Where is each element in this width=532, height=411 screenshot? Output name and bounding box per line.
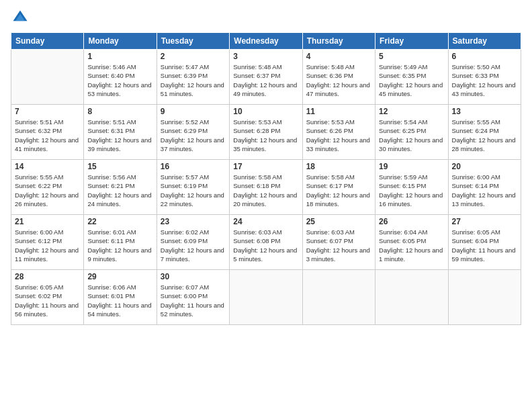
calendar-cell: 3Sunrise: 5:48 AM Sunset: 6:37 PM Daylig… [230, 50, 302, 105]
calendar-cell: 27Sunrise: 6:05 AM Sunset: 6:04 PM Dayli… [448, 215, 521, 270]
day-number: 23 [161, 217, 226, 226]
calendar-cell: 2Sunrise: 5:47 AM Sunset: 6:39 PM Daylig… [157, 50, 229, 105]
calendar-cell [230, 270, 302, 325]
day-number: 4 [306, 52, 371, 61]
calendar-cell: 14Sunrise: 5:55 AM Sunset: 6:22 PM Dayli… [11, 160, 84, 215]
calendar-cell: 26Sunrise: 6:04 AM Sunset: 6:05 PM Dayli… [375, 215, 448, 270]
header [11, 8, 521, 27]
calendar-cell: 19Sunrise: 5:59 AM Sunset: 6:15 PM Dayli… [375, 160, 448, 215]
calendar-cell: 10Sunrise: 5:53 AM Sunset: 6:28 PM Dayli… [230, 105, 302, 160]
logo-icon [11, 8, 30, 27]
day-info: Sunrise: 6:05 AM Sunset: 6:04 PM Dayligh… [452, 228, 517, 263]
day-number: 2 [161, 52, 226, 61]
day-number: 24 [233, 217, 298, 226]
day-info: Sunrise: 5:57 AM Sunset: 6:19 PM Dayligh… [161, 173, 226, 208]
day-number: 11 [306, 107, 371, 116]
calendar-cell: 12Sunrise: 5:54 AM Sunset: 6:25 PM Dayli… [375, 105, 448, 160]
calendar-cell: 11Sunrise: 5:53 AM Sunset: 6:26 PM Dayli… [302, 105, 375, 160]
day-number: 1 [87, 52, 152, 61]
calendar-cell: 6Sunrise: 5:50 AM Sunset: 6:33 PM Daylig… [448, 50, 521, 105]
day-number: 5 [379, 52, 444, 61]
calendar-cell: 4Sunrise: 5:48 AM Sunset: 6:36 PM Daylig… [302, 50, 375, 105]
calendar-cell: 7Sunrise: 5:51 AM Sunset: 6:32 PM Daylig… [11, 105, 84, 160]
calendar-cell: 23Sunrise: 6:02 AM Sunset: 6:09 PM Dayli… [157, 215, 229, 270]
day-number: 10 [233, 107, 298, 116]
day-info: Sunrise: 5:58 AM Sunset: 6:18 PM Dayligh… [233, 173, 298, 208]
day-number: 18 [306, 162, 371, 171]
calendar-cell: 17Sunrise: 5:58 AM Sunset: 6:18 PM Dayli… [230, 160, 302, 215]
day-number: 17 [233, 162, 298, 171]
calendar-header-sunday: Sunday [11, 33, 84, 50]
day-number: 28 [15, 272, 80, 281]
day-info: Sunrise: 6:02 AM Sunset: 6:09 PM Dayligh… [161, 228, 226, 263]
calendar-cell: 30Sunrise: 6:07 AM Sunset: 6:00 PM Dayli… [157, 270, 229, 325]
day-info: Sunrise: 5:51 AM Sunset: 6:31 PM Dayligh… [87, 118, 152, 153]
day-number: 29 [87, 272, 152, 281]
day-info: Sunrise: 5:59 AM Sunset: 6:15 PM Dayligh… [379, 173, 444, 208]
day-number: 21 [15, 217, 80, 226]
day-info: Sunrise: 5:48 AM Sunset: 6:36 PM Dayligh… [306, 62, 371, 98]
day-number: 16 [161, 162, 226, 171]
day-number: 22 [87, 217, 152, 226]
calendar-week-row: 28Sunrise: 6:05 AM Sunset: 6:02 PM Dayli… [11, 270, 521, 325]
calendar-cell: 16Sunrise: 5:57 AM Sunset: 6:19 PM Dayli… [157, 160, 229, 215]
day-info: Sunrise: 6:06 AM Sunset: 6:01 PM Dayligh… [87, 283, 152, 318]
logo [11, 8, 32, 27]
calendar-cell: 28Sunrise: 6:05 AM Sunset: 6:02 PM Dayli… [11, 270, 84, 325]
calendar-table: SundayMondayTuesdayWednesdayThursdayFrid… [11, 32, 521, 325]
calendar-header-tuesday: Tuesday [157, 33, 229, 50]
calendar-cell: 20Sunrise: 6:00 AM Sunset: 6:14 PM Dayli… [448, 160, 521, 215]
day-number: 8 [87, 107, 152, 116]
day-info: Sunrise: 5:48 AM Sunset: 6:37 PM Dayligh… [233, 62, 298, 98]
day-number: 3 [233, 52, 298, 61]
calendar-cell: 22Sunrise: 6:01 AM Sunset: 6:11 PM Dayli… [84, 215, 157, 270]
calendar-cell [302, 270, 375, 325]
day-info: Sunrise: 5:49 AM Sunset: 6:35 PM Dayligh… [379, 62, 444, 98]
day-info: Sunrise: 6:00 AM Sunset: 6:12 PM Dayligh… [15, 228, 80, 263]
day-info: Sunrise: 5:50 AM Sunset: 6:33 PM Dayligh… [452, 62, 517, 98]
calendar-cell: 29Sunrise: 6:06 AM Sunset: 6:01 PM Dayli… [84, 270, 157, 325]
calendar-cell: 8Sunrise: 5:51 AM Sunset: 6:31 PM Daylig… [84, 105, 157, 160]
calendar-header-row: SundayMondayTuesdayWednesdayThursdayFrid… [11, 33, 521, 50]
day-number: 9 [161, 107, 226, 116]
day-number: 30 [161, 272, 226, 281]
calendar-cell: 1Sunrise: 5:46 AM Sunset: 6:40 PM Daylig… [84, 50, 157, 105]
calendar-week-row: 21Sunrise: 6:00 AM Sunset: 6:12 PM Dayli… [11, 215, 521, 270]
calendar-header-thursday: Thursday [302, 33, 375, 50]
day-info: Sunrise: 6:01 AM Sunset: 6:11 PM Dayligh… [87, 228, 152, 263]
day-info: Sunrise: 6:05 AM Sunset: 6:02 PM Dayligh… [15, 283, 80, 318]
day-number: 20 [452, 162, 517, 171]
day-number: 6 [452, 52, 517, 61]
day-info: Sunrise: 6:03 AM Sunset: 6:07 PM Dayligh… [306, 228, 371, 263]
calendar-cell: 9Sunrise: 5:52 AM Sunset: 6:29 PM Daylig… [157, 105, 229, 160]
day-info: Sunrise: 5:54 AM Sunset: 6:25 PM Dayligh… [379, 118, 444, 153]
calendar-cell [448, 270, 521, 325]
day-number: 25 [306, 217, 371, 226]
day-number: 15 [87, 162, 152, 171]
day-info: Sunrise: 5:46 AM Sunset: 6:40 PM Dayligh… [87, 62, 152, 98]
calendar-week-row: 7Sunrise: 5:51 AM Sunset: 6:32 PM Daylig… [11, 105, 521, 160]
calendar-header-saturday: Saturday [448, 33, 521, 50]
day-number: 12 [379, 107, 444, 116]
calendar-cell [375, 270, 448, 325]
calendar-week-row: 14Sunrise: 5:55 AM Sunset: 6:22 PM Dayli… [11, 160, 521, 215]
calendar-cell: 25Sunrise: 6:03 AM Sunset: 6:07 PM Dayli… [302, 215, 375, 270]
day-info: Sunrise: 5:52 AM Sunset: 6:29 PM Dayligh… [161, 118, 226, 153]
day-info: Sunrise: 6:07 AM Sunset: 6:00 PM Dayligh… [161, 283, 226, 318]
calendar-cell: 18Sunrise: 5:58 AM Sunset: 6:17 PM Dayli… [302, 160, 375, 215]
calendar-cell: 15Sunrise: 5:56 AM Sunset: 6:21 PM Dayli… [84, 160, 157, 215]
calendar-cell: 5Sunrise: 5:49 AM Sunset: 6:35 PM Daylig… [375, 50, 448, 105]
calendar-cell: 21Sunrise: 6:00 AM Sunset: 6:12 PM Dayli… [11, 215, 84, 270]
day-info: Sunrise: 5:53 AM Sunset: 6:26 PM Dayligh… [306, 118, 371, 153]
day-info: Sunrise: 5:47 AM Sunset: 6:39 PM Dayligh… [161, 62, 226, 98]
day-info: Sunrise: 6:03 AM Sunset: 6:08 PM Dayligh… [233, 228, 298, 263]
day-number: 13 [452, 107, 517, 116]
day-info: Sunrise: 5:55 AM Sunset: 6:22 PM Dayligh… [15, 173, 80, 208]
day-number: 7 [15, 107, 80, 116]
day-info: Sunrise: 6:04 AM Sunset: 6:05 PM Dayligh… [379, 228, 444, 263]
calendar-header-monday: Monday [84, 33, 157, 50]
page: SundayMondayTuesdayWednesdayThursdayFrid… [0, 0, 532, 411]
day-number: 27 [452, 217, 517, 226]
day-info: Sunrise: 5:56 AM Sunset: 6:21 PM Dayligh… [87, 173, 152, 208]
day-number: 14 [15, 162, 80, 171]
